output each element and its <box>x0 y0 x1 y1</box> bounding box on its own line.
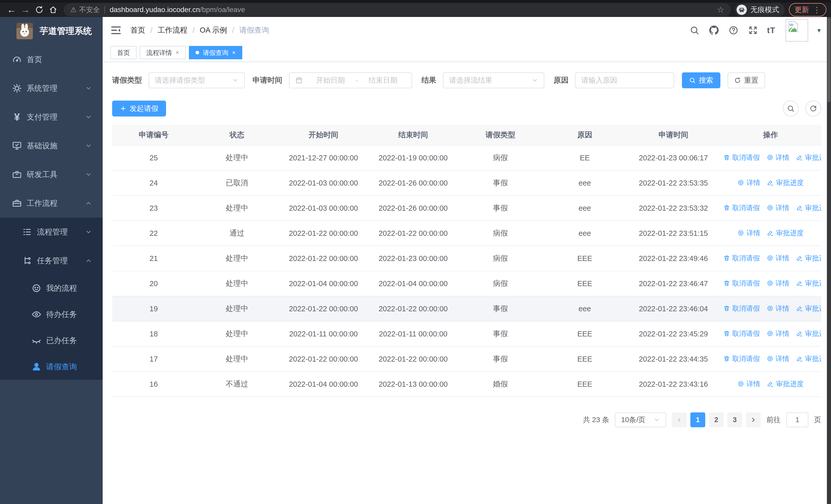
search-button[interactable]: 搜索 <box>682 72 720 88</box>
browser-forward-button[interactable]: → <box>19 3 32 17</box>
tab-leave-query[interactable]: 请假查询 × <box>189 46 242 59</box>
header-search-icon[interactable] <box>689 25 700 36</box>
cell-actions: 取消请假 详情 审批进度 <box>720 196 821 221</box>
action-detail-link[interactable]: 详情 <box>737 379 760 388</box>
cell-apply-time: 2022-01-22 23:46:04 <box>627 296 720 321</box>
toggle-search-button[interactable] <box>783 100 799 117</box>
action-cancel-link[interactable]: 取消请假 <box>723 254 760 263</box>
action-progress-link[interactable]: 审批进度 <box>796 153 821 162</box>
end-date-placeholder[interactable]: 结束日期 <box>360 76 406 85</box>
page-button-3[interactable]: 3 <box>727 412 742 427</box>
browser-refresh-button[interactable] <box>32 3 46 17</box>
breadcrumb-workflow[interactable]: 工作流程 <box>157 25 188 35</box>
sidebar-item-devtools[interactable]: 研发工具 <box>0 160 103 189</box>
tab-home[interactable]: 首页 <box>110 46 137 59</box>
apply-time-range-picker[interactable]: 开始日期 - 结束日期 <box>289 72 412 88</box>
navbar-actions: tT ▾ <box>689 19 821 41</box>
action-cancel-link[interactable]: 取消请假 <box>723 203 760 212</box>
action-detail-link[interactable]: 详情 <box>737 228 760 238</box>
breadcrumb-oa-example[interactable]: OA 示例 <box>200 25 227 35</box>
scrollbar-thumb[interactable] <box>827 18 830 102</box>
table-row: 18 处理中 2022-01-11 00:00:00 2022-01-11 00… <box>112 321 821 347</box>
process-list-icon <box>22 227 33 237</box>
avatar-caret-icon[interactable]: ▾ <box>818 26 821 34</box>
sidebar-item-payment[interactable]: ¥ 支付管理 <box>0 102 103 131</box>
browser-menu-icon[interactable]: ⋮ <box>813 5 821 14</box>
browser-update-button[interactable]: 更新 ⋮ <box>789 3 826 17</box>
page-button-1[interactable]: 1 <box>690 412 705 427</box>
action-progress-link[interactable]: 审批进度 <box>796 304 821 313</box>
github-icon[interactable] <box>709 25 719 36</box>
sidebar-item-my-process[interactable]: 我的流程 <box>0 275 103 301</box>
view-icon <box>737 179 744 186</box>
action-progress-link[interactable]: 审批进度 <box>767 228 804 238</box>
action-detail-link[interactable]: 详情 <box>767 304 790 313</box>
page-scrollbar[interactable] <box>827 17 831 504</box>
help-icon[interactable] <box>728 25 739 36</box>
sidebar-item-done-tasks[interactable]: 已办任务 <box>0 327 103 354</box>
cell-start-time: 2022-01-22 00:00:00 <box>279 296 368 321</box>
action-progress-link[interactable]: 审批进度 <box>796 254 821 263</box>
action-progress-link[interactable]: 审批进度 <box>767 379 804 388</box>
create-leave-button[interactable]: 发起请假 <box>112 100 166 117</box>
action-cancel-link[interactable]: 取消请假 <box>723 329 760 338</box>
sidebar-item-home[interactable]: 首页 <box>0 45 103 74</box>
start-date-placeholder[interactable]: 开始日期 <box>308 76 353 85</box>
action-detail-link[interactable]: 详情 <box>737 178 760 187</box>
action-detail-link[interactable]: 详情 <box>767 279 790 288</box>
action-cancel-link[interactable]: 取消请假 <box>723 279 760 288</box>
action-cancel-link[interactable]: 取消请假 <box>723 304 760 313</box>
trash-icon <box>723 255 730 262</box>
sidebar-item-todo-tasks[interactable]: 待办任务 <box>0 301 103 327</box>
cell-end-time: 2022-01-22 00:00:00 <box>368 296 458 321</box>
reason-input[interactable] <box>581 76 668 84</box>
table-body: 25 处理中 2021-12-27 00:00:00 2022-01-19 00… <box>112 145 821 397</box>
sidebar-collapse-icon[interactable] <box>110 25 122 36</box>
action-detail-link[interactable]: 详情 <box>767 254 790 263</box>
cell-apply-id: 25 <box>112 145 195 170</box>
app-logo: 芋道管理系统 <box>0 17 103 45</box>
sidebar-item-system[interactable]: 系统管理 <box>0 74 103 102</box>
action-detail-link[interactable]: 详情 <box>767 153 790 162</box>
leave-type-select[interactable]: 请选择请假类型 <box>149 72 245 88</box>
sidebar-item-task-mgmt[interactable]: 任务管理 <box>0 246 103 275</box>
goto-page-input[interactable] <box>786 412 808 427</box>
refresh-table-button[interactable] <box>805 100 821 117</box>
sidebar-item-leave-query[interactable]: 请假查询 <box>0 354 103 380</box>
next-page-button[interactable] <box>746 412 761 427</box>
action-progress-link[interactable]: 审批进度 <box>796 203 821 212</box>
action-detail-link[interactable]: 详情 <box>767 203 790 212</box>
cell-leave-type: 病假 <box>458 145 543 170</box>
page-button-2[interactable]: 2 <box>709 412 724 427</box>
view-icon <box>737 230 744 236</box>
sidebar-item-workflow[interactable]: 工作流程 <box>0 189 103 217</box>
action-detail-link[interactable]: 详情 <box>767 329 790 338</box>
page-size-select[interactable]: 10条/页 <box>615 412 666 427</box>
sidebar-item-infrastructure[interactable]: 基础设施 <box>0 131 103 160</box>
reset-button[interactable]: 重置 <box>727 72 765 88</box>
action-progress-link[interactable]: 审批进度 <box>767 178 804 187</box>
result-select[interactable]: 请选择流结果 <box>443 72 544 88</box>
action-cancel-link[interactable]: 取消请假 <box>723 153 760 162</box>
sidebar-item-process-mgmt[interactable]: 流程管理 <box>0 217 103 246</box>
bookmark-star-icon[interactable]: ☆ <box>717 5 724 14</box>
action-progress-link[interactable]: 审批进度 <box>796 279 821 288</box>
close-icon[interactable]: × <box>232 49 236 56</box>
cell-start-time: 2022-01-04 00:00:00 <box>279 372 368 397</box>
browser-home-button[interactable] <box>46 3 60 17</box>
breadcrumb-home[interactable]: 首页 <box>131 25 145 35</box>
action-progress-link[interactable]: 审批进度 <box>796 329 821 338</box>
prev-page-button[interactable] <box>672 412 687 427</box>
browser-back-button[interactable]: ← <box>5 3 19 17</box>
fullscreen-icon[interactable] <box>748 25 758 36</box>
col-apply-time: 申请时间 <box>627 125 720 145</box>
security-label[interactable]: 不安全 <box>79 5 100 14</box>
action-detail-link[interactable]: 详情 <box>767 354 790 363</box>
close-icon[interactable]: × <box>175 49 179 56</box>
tab-process-detail[interactable]: 流程详情 × <box>140 46 186 59</box>
action-cancel-link[interactable]: 取消请假 <box>723 354 760 363</box>
address-bar[interactable]: ⚠ 不安全 dashboard.yudao.iocoder.cn/bpm/oa/… <box>64 3 731 17</box>
action-progress-link[interactable]: 审批进度 <box>796 354 821 363</box>
avatar[interactable] <box>785 19 808 41</box>
font-size-icon[interactable]: tT <box>767 26 775 35</box>
